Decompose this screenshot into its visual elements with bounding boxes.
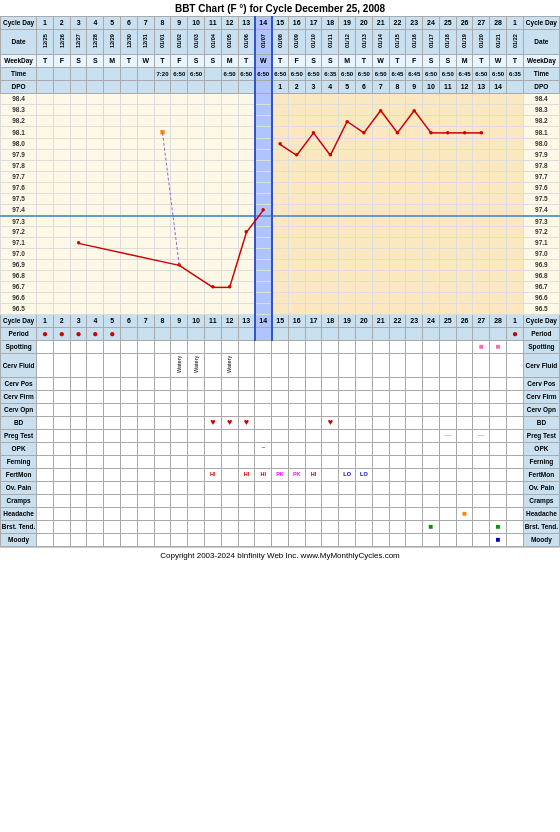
headache-cell — [372, 507, 389, 520]
bbt-cell — [238, 194, 255, 205]
dpo-cell — [221, 81, 238, 94]
opk-cell — [305, 442, 322, 455]
bbt-cell — [322, 139, 339, 150]
period-cell — [372, 328, 389, 341]
cerv-fluid-cell — [104, 354, 121, 377]
bbt-cell — [221, 105, 238, 116]
opk-cell — [322, 442, 339, 455]
cerv_pos-cell — [188, 377, 205, 390]
cycle-day-bottom-cell: 21 — [372, 315, 389, 328]
bbt-cell — [305, 194, 322, 205]
bbt-cell — [272, 161, 289, 172]
cycle-day-bottom-cell: 24 — [423, 315, 440, 328]
cerv_firm-cell — [221, 390, 238, 403]
ferning-cell — [339, 455, 356, 468]
bbt-cell — [423, 105, 440, 116]
bbt-cell — [53, 216, 70, 227]
date-cell: 01/05 — [221, 30, 238, 55]
bbt-cell — [204, 127, 221, 139]
opk-cell — [355, 442, 372, 455]
fertmon-cell — [37, 468, 54, 481]
bbt-cell — [255, 127, 272, 139]
bbt-cell — [87, 116, 104, 127]
bd-cell — [137, 416, 154, 429]
bbt-cell — [423, 150, 440, 161]
bbt-cell — [104, 260, 121, 271]
spotting-cell — [87, 341, 104, 354]
bd-cell — [389, 416, 406, 429]
bbt-cell — [37, 260, 54, 271]
bbt-cell — [137, 238, 154, 249]
bbt-cell — [221, 249, 238, 260]
ferning-cell — [288, 455, 305, 468]
bbt-cell — [121, 161, 138, 172]
preg-test-cell — [137, 429, 154, 442]
brst-tend-cell — [406, 520, 423, 533]
cerv-fluid-cell — [439, 354, 456, 377]
bbt-cell — [288, 304, 305, 315]
bbt-cell — [121, 116, 138, 127]
bbt-cell — [372, 282, 389, 293]
headache-cell — [389, 507, 406, 520]
cramps-cell — [171, 494, 188, 507]
bbt-cell — [372, 205, 389, 216]
bbt-cell — [456, 238, 473, 249]
bbt-cell — [288, 249, 305, 260]
time-cell: 6:50 — [473, 68, 490, 81]
cerv_pos-cell — [37, 377, 54, 390]
bd-cell — [305, 416, 322, 429]
bbt-temp-label: 96.7 — [1, 282, 37, 293]
cycle-day-bottom-cell: 3 — [70, 315, 87, 328]
bbt-cell — [53, 105, 70, 116]
bd-cell — [188, 416, 205, 429]
spotting-cell — [389, 341, 406, 354]
bbt-cell — [121, 271, 138, 282]
opk-cell — [372, 442, 389, 455]
fertmon-cell: HI — [305, 468, 322, 481]
bbt-cell — [473, 161, 490, 172]
bbt-cell — [490, 227, 507, 238]
bbt-cell — [221, 216, 238, 227]
cerv_pos-cell — [238, 377, 255, 390]
opk-cell — [423, 442, 440, 455]
ov_pain-cell — [255, 481, 272, 494]
bbt-cell — [204, 238, 221, 249]
bbt-cell — [406, 161, 423, 172]
bbt-cell — [37, 216, 54, 227]
bbt-cell — [238, 150, 255, 161]
bbt-cell — [339, 94, 356, 105]
bbt-cell — [53, 304, 70, 315]
cerv-fluid-cell — [70, 354, 87, 377]
bbt-cell — [121, 227, 138, 238]
bbt-cell — [322, 172, 339, 183]
cycle-day-bottom-cell: 13 — [238, 315, 255, 328]
cerv_firm-cell — [53, 390, 70, 403]
time-cell: 6:50 — [355, 68, 372, 81]
row-label: Moody — [1, 533, 37, 546]
bbt-cell — [204, 304, 221, 315]
cramps-cell — [339, 494, 356, 507]
bbt-cell — [389, 161, 406, 172]
date-cell: 01/06 — [238, 30, 255, 55]
bbt-cell — [121, 183, 138, 194]
preg-test-cell — [221, 429, 238, 442]
bbt-cell — [255, 249, 272, 260]
spotting-cell — [221, 341, 238, 354]
bbt-cell — [238, 116, 255, 127]
weekday-cell: T — [37, 55, 54, 68]
cycle-day-cell: 3 — [70, 17, 87, 30]
bbt-cell — [288, 116, 305, 127]
bbt-cell — [204, 94, 221, 105]
bbt-cell — [171, 227, 188, 238]
bbt-cell — [255, 282, 272, 293]
bbt-cell — [37, 205, 54, 216]
date-cell: 01/09 — [288, 30, 305, 55]
bbt-cell — [171, 216, 188, 227]
bbt-cell — [272, 282, 289, 293]
cerv_opn-cell — [322, 403, 339, 416]
headache-cell — [154, 507, 171, 520]
time-cell — [53, 68, 70, 81]
brst-tend-cell — [171, 520, 188, 533]
time-cell: 7:20 — [154, 68, 171, 81]
bbt-cell — [104, 161, 121, 172]
